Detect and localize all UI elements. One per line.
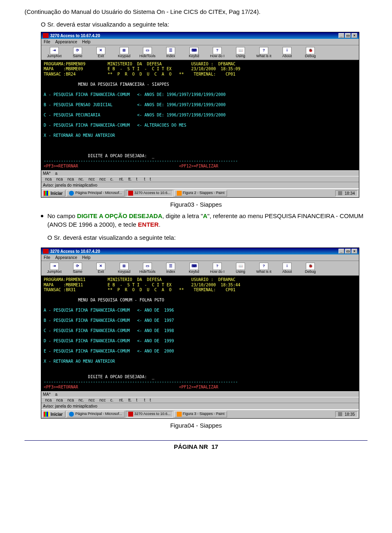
close-button[interactable]: × <box>352 33 357 38</box>
instruction-bullet: No campo DIGITE A OPÇÃO DESEJADA, digite… <box>47 212 368 229</box>
pf12-hint: <PF12>=FINALIZAR <box>179 385 218 389</box>
aviso-line: Aviso: janela do miniaplicativo <box>41 403 359 409</box>
minimize-button[interactable]: _ <box>339 33 344 38</box>
app-icon <box>43 33 49 38</box>
menu-help[interactable]: Help <box>82 255 91 260</box>
menu-option-x: X - RETORNAR AO MENU ANTERIOR <box>44 359 115 364</box>
tool-keybd[interactable]: ⌨Keybd <box>183 262 205 274</box>
taskbar-item-browser[interactable]: Página Principal - Microsof... <box>67 411 125 417</box>
tool-jumpnxt[interactable]: ⇥JumpNxt <box>43 47 66 59</box>
menu-file[interactable]: File <box>44 255 50 260</box>
menu-option-b: B - PESQUISA FICHA FINANCEIRA-COMUM <- A… <box>44 318 174 323</box>
status-bar: MA* a nca nca nca nc. ncc ncc c. nt. tt.… <box>41 391 359 409</box>
terminal-icon <box>128 191 133 196</box>
menu-option-d: D - PESQUISA FICHA FINANCEIRA-COMUM <- A… <box>44 339 174 343</box>
tool-keypad[interactable]: ⊞Keypad <box>113 47 136 59</box>
tool-index[interactable]: ☰Index <box>159 47 182 59</box>
status-ma: MA* a <box>43 392 58 397</box>
tool-using[interactable]: 📖Using <box>229 47 252 59</box>
tool-keypad[interactable]: ⊞Keypad <box>113 262 136 274</box>
speaker-icon[interactable] <box>338 191 342 195</box>
menu-title: MENU DA PESQUISA FINANCEIRA - SIAPPES <box>78 82 169 87</box>
tool-debug[interactable]: 🐞Debug <box>299 47 322 59</box>
taskbar-item-3270[interactable]: 3270 Access to 10.6... <box>126 190 173 196</box>
taskbar-item-3270[interactable]: 3270 Access to 10.6... <box>126 411 173 417</box>
restore-button[interactable]: ▭ <box>345 249 351 254</box>
terminal-emulator-window: 3270 Access to 10.67.4.20 _ ▭ × File App… <box>41 248 359 419</box>
page-footer: PÁGINA NR 17 <box>24 443 368 450</box>
taskbar: Iniciar Página Principal - Microsof... 3… <box>41 188 359 197</box>
menu-option-a: A - PESQUISA FICHA FINANCEIRA-COMUM <- A… <box>44 92 226 97</box>
tool-same[interactable]: ⟳Same <box>66 47 89 59</box>
menu-option-c: C - PESQUISA PECUNIARIA <- ANOS DE: 1996… <box>44 113 226 117</box>
menu-option-b: B - PESQUISA PENSAO JUDICIAL <- ANOS DE:… <box>44 103 226 107</box>
tool-debug[interactable]: 🐞Debug <box>299 262 322 274</box>
aviso-line: Aviso: janela do miniaplicativo <box>41 182 359 188</box>
menu-option-c: C - PESQUISA FICHA FINANCEIRA-COMUM <- A… <box>44 328 174 333</box>
system-tray: 18:34 <box>335 190 358 196</box>
menu-title: MENU DA PESQUISA COMUM - FOLHA PGTO <box>78 298 164 302</box>
terminal-emulator-window: 3270 Access to 10.67.4.20 _ ▭ × File App… <box>41 32 359 198</box>
menu-appearance[interactable]: Appearance <box>55 40 77 44</box>
system-tray: 18:35 <box>335 411 358 417</box>
menu-appearance[interactable]: Appearance <box>55 255 77 260</box>
input-prompt: DIGITE A OPCAO DESEJADA: _ <box>88 154 154 158</box>
terminal-screen[interactable]: PROGRAMA:PBRMEN09 MINISTERIO DA DEFESA U… <box>41 60 359 171</box>
tool-index[interactable]: ☰Index <box>159 262 182 274</box>
tool-howdoi[interactable]: ?How do I <box>206 47 229 59</box>
tool-exit[interactable]: ✕Exit <box>89 47 112 59</box>
tool-keybd[interactable]: ⌨Keybd <box>183 47 205 59</box>
menu-help[interactable]: Help <box>82 40 91 44</box>
tool-jumpnxt[interactable]: ⇥JumpNxt <box>43 262 66 274</box>
windows-flag-icon <box>44 412 49 417</box>
toolbar: ⇥JumpNxt ⟳Same ✕Exit ⊞Keypad ▭HideTools … <box>41 261 359 276</box>
figure04-container: 3270 Access to 10.67.4.20 _ ▭ × File App… <box>41 248 368 419</box>
status-bar: MA* a nca nca nca nc. ncc ncc c. nt. tt.… <box>41 170 359 188</box>
windows-flag-icon <box>44 191 49 196</box>
intro-text-1: O Sr. deverá estar visualizando a seguin… <box>41 21 368 28</box>
tool-about[interactable]: iAbout <box>276 262 298 274</box>
menu-option-e: E - PESQUISA FICHA FINANCEIRA-COMUM <- A… <box>44 349 174 353</box>
window-title: 3270 Access to 10.67.4.20 <box>50 249 339 254</box>
menu-file[interactable]: File <box>44 40 50 44</box>
paint-icon <box>177 191 182 196</box>
tool-same[interactable]: ⟳Same <box>66 262 89 274</box>
tool-about[interactable]: iAbout <box>276 47 298 59</box>
ie-icon <box>69 191 74 196</box>
intro-text-2: O Sr. deverá estar visualizando a seguin… <box>47 234 368 242</box>
tool-exit[interactable]: ✕Exit <box>89 262 112 274</box>
tool-hidetools[interactable]: ▭HideTools <box>136 262 159 274</box>
clock: 18:34 <box>345 191 355 196</box>
app-icon <box>43 249 49 254</box>
pf3-hint: <PF3>=RETORNAR <box>44 164 78 168</box>
clock: 18:35 <box>345 412 355 417</box>
minimize-button[interactable]: _ <box>339 249 344 254</box>
tool-whatisit[interactable]: ?What is it <box>252 47 275 59</box>
status-cells: nca nca nca nc. ncc ncc c. nt. tt. t t t <box>43 177 151 181</box>
window-titlebar: 3270 Access to 10.67.4.20 _ ▭ × <box>41 32 359 39</box>
footer-divider <box>24 440 368 441</box>
menubar: File Appearance Help <box>41 254 359 261</box>
close-button[interactable]: × <box>352 249 357 254</box>
tool-howdoi[interactable]: ?How do I <box>206 262 229 274</box>
tool-using[interactable]: 📖Using <box>229 262 252 274</box>
taskbar-item-browser[interactable]: Página Principal - Microsof... <box>67 190 125 196</box>
continuation-header: (Continuação do Manual do Usuário do Sis… <box>24 8 368 15</box>
tool-whatisit[interactable]: ?What is it <box>252 262 275 274</box>
start-button[interactable]: Iniciar <box>42 190 65 196</box>
tool-hidetools[interactable]: ▭HideTools <box>136 47 159 59</box>
figure04-caption: Figura04 - Siappes <box>24 422 368 429</box>
speaker-icon[interactable] <box>338 412 342 416</box>
figure03-caption: Figura03 - Siappes <box>24 201 368 208</box>
pf3-hint: <PF3>=RETORNAR <box>44 385 78 389</box>
window-title: 3270 Access to 10.67.4.20 <box>50 33 339 38</box>
ie-icon <box>69 412 74 417</box>
restore-button[interactable]: ▭ <box>345 33 351 38</box>
taskbar-item-paint[interactable]: Figura 2 - Siappes - Paint <box>174 190 227 196</box>
taskbar-item-paint[interactable]: Figura 3 - Siappes - Paint <box>174 411 227 417</box>
status-cells: nca nca nca nc. ncc ncc c. nt. tt. t t t <box>43 398 151 402</box>
menu-option-a: A - PESQUISA FICHA FINANCEIRA-COMUM <- A… <box>44 308 174 312</box>
input-prompt: DIGITE A OPCAO DESEJADA: _ <box>88 375 154 379</box>
start-button[interactable]: Iniciar <box>42 411 65 417</box>
terminal-screen[interactable]: PROGRAMA:PBRMEN11 MINISTERIO DA DEFESA U… <box>41 276 359 391</box>
